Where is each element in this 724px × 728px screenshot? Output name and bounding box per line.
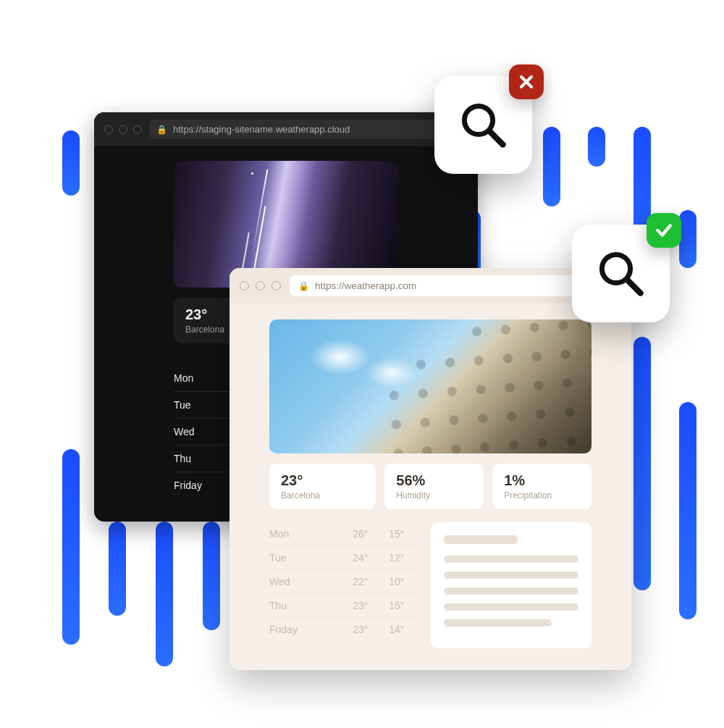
placeholder-line xyxy=(444,572,578,579)
forecast-row[interactable]: Tue 24° 12° xyxy=(269,546,418,570)
placeholder-line xyxy=(444,535,518,544)
production-browser-window: 🔒 https://weatherapp.com 23° Barcelona 5… xyxy=(230,268,631,670)
svg-line-3 xyxy=(627,280,640,293)
dark-titlebar: 🔒 https://staging-sitename.weatherapp.cl… xyxy=(94,112,478,146)
forecast-row[interactable]: Friday 23° 14° xyxy=(269,618,418,641)
light-traffic-lights[interactable] xyxy=(240,281,281,290)
stat-value: 56% xyxy=(396,472,472,489)
stat-label: Humidity xyxy=(396,490,472,501)
stat-card-temperature: 23° Barcelona xyxy=(269,464,376,509)
forecast-row[interactable]: Mon 26° 15° xyxy=(269,522,418,546)
light-url-text: https://weatherapp.com xyxy=(315,280,416,291)
placeholder-line xyxy=(444,619,552,627)
light-titlebar: 🔒 https://weatherapp.com xyxy=(230,268,631,304)
stat-label: Barcelona xyxy=(281,490,364,501)
x-icon xyxy=(509,64,544,99)
search-badge-noindex xyxy=(434,76,532,174)
stat-value: 1% xyxy=(504,472,580,489)
lock-icon: 🔒 xyxy=(298,281,309,291)
forecast-row[interactable]: Thu 23° 15° xyxy=(269,594,418,618)
placeholder-card xyxy=(431,522,592,648)
forecast-row[interactable]: Wed 22° 10° xyxy=(269,570,418,594)
dark-traffic-lights[interactable] xyxy=(104,125,142,134)
check-icon xyxy=(647,213,681,248)
placeholder-line xyxy=(444,556,578,563)
search-icon xyxy=(458,100,509,151)
stat-card-precipitation: 1% Precipitation xyxy=(492,464,592,509)
dark-address-bar[interactable]: 🔒 https://staging-sitename.weatherapp.cl… xyxy=(149,120,468,139)
lock-icon: 🔒 xyxy=(156,125,167,135)
search-badge-indexed xyxy=(572,225,670,322)
light-hero-image xyxy=(269,319,592,453)
stat-card-humidity: 56% Humidity xyxy=(384,464,484,509)
stat-label: Precipitation xyxy=(504,490,580,501)
search-icon xyxy=(596,248,647,299)
placeholder-line xyxy=(444,587,578,595)
dark-url-text: https://staging-sitename.weatherapp.clou… xyxy=(173,124,350,135)
placeholder-line xyxy=(444,603,578,611)
forecast-list: Mon 26° 15° Tue 24° 12° Wed 22° 10° Thu … xyxy=(269,522,418,648)
svg-line-1 xyxy=(489,131,502,144)
stat-value: 23° xyxy=(281,472,364,489)
